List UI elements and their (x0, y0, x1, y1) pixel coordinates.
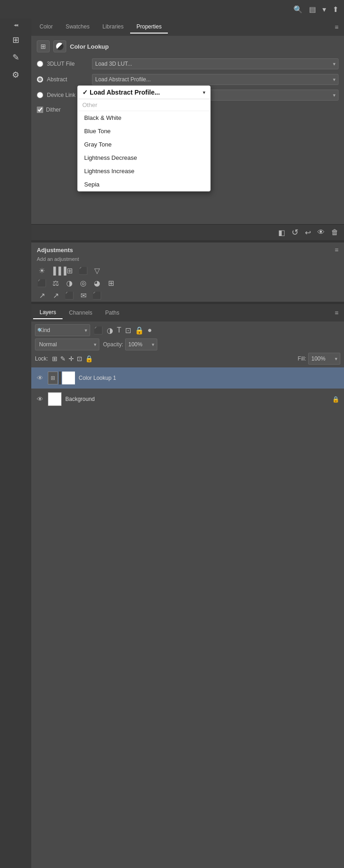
layer-thumb-link (59, 372, 61, 384)
tab-swatches[interactable]: Swatches (59, 21, 96, 34)
layer-visibility-icon-2[interactable]: 👁 (36, 395, 44, 403)
adj-posterize-icon[interactable]: ↗ (51, 291, 61, 300)
kind-select[interactable]: Kind Name Effect Mode (35, 324, 90, 336)
lock-fill-row: Lock: ⊞ ✎ ✛ ⊡ 🔒 Fill: 100% 75% 50% (35, 353, 340, 365)
fill-label: Fill: (298, 355, 306, 362)
tab-paths[interactable]: Paths (99, 307, 126, 319)
dropdown-icon[interactable]: ▾ (322, 5, 326, 14)
filter-lock-icon[interactable]: 🔒 (135, 326, 144, 335)
adj-photo-filter-icon[interactable]: ◎ (78, 279, 88, 287)
tab-channels[interactable]: Channels (63, 307, 99, 319)
color-lookup-header: ⊞ Color Lookup (37, 40, 338, 52)
layer-thumb-preview (62, 372, 75, 384)
lut-abstract-select[interactable]: Load Abstract Profile... Other Black & W… (92, 74, 338, 85)
adj-gradient-icon[interactable]: ✉ (78, 291, 88, 300)
tab-libraries[interactable]: Libraries (96, 21, 130, 34)
adj-balance-icon[interactable]: ⚖ (51, 279, 61, 287)
adj-bw-icon[interactable]: ◑ (64, 279, 75, 287)
lock-position-icon[interactable]: ✛ (69, 355, 74, 362)
layer-row-background[interactable]: 👁 Background 🔒 (31, 389, 344, 410)
fill-select[interactable]: 100% 75% 50% 25% 0% (308, 353, 340, 365)
dropdown-item-lightness-increase[interactable]: Lightness Increase (78, 164, 210, 178)
tab-layers[interactable]: Layers (33, 306, 63, 319)
adj-levels-icon[interactable]: ▐▐▐ (51, 267, 61, 275)
adj-channel-mixer-icon[interactable]: ◕ (92, 279, 102, 287)
adj-exposure-icon[interactable]: ⬛ (78, 266, 88, 275)
search-icon[interactable]: 🔍 (293, 5, 303, 14)
tab-color[interactable]: Color (33, 21, 59, 34)
color-lookup-circle-btn[interactable] (53, 40, 66, 52)
action-delete-icon[interactable]: 🗑 (331, 228, 338, 237)
layers-icon[interactable]: ▤ (309, 5, 316, 14)
upload-icon[interactable]: ⬆ (333, 5, 338, 14)
tab-properties[interactable]: Properties (130, 21, 168, 34)
layer-visibility-icon-1[interactable]: 👁 (36, 374, 44, 382)
dither-checkbox[interactable] (37, 107, 43, 113)
lut-abstract-radio[interactable] (37, 76, 43, 83)
adj-icons-row-2: ⬛ ⚖ ◑ ◎ ◕ ⊞ (31, 277, 344, 289)
filter-adjustment-icon[interactable]: ◑ (107, 326, 113, 335)
sidebar-tool-brush[interactable]: ✎ (7, 49, 24, 66)
action-undo-icon[interactable]: ↩ (305, 228, 311, 237)
sidebar-tool-settings[interactable]: ⚙ (7, 67, 24, 83)
opacity-select-wrapper: 100% 75% 50% 25% 0% (125, 338, 157, 350)
color-lookup-grid-btn[interactable]: ⊞ (37, 40, 50, 52)
adj-solid-color-icon[interactable]: ⬛ (92, 291, 102, 300)
opacity-label: Opacity: (103, 341, 123, 348)
action-mask-icon[interactable]: ◧ (278, 228, 285, 237)
lut-device-link-radio[interactable] (37, 92, 43, 98)
layers-tabs: Layers Channels Paths ≡ (31, 304, 344, 321)
filter-selected-icon[interactable]: ● (148, 326, 152, 334)
adj-curves-icon[interactable]: ⊞ (64, 266, 75, 275)
sidebar-collapse-left[interactable]: ◂◂ (14, 22, 17, 28)
layers-tab-menu-icon[interactable]: ≡ (331, 307, 342, 318)
layer-thumbnail-group-1: ⊞ (48, 372, 75, 384)
adj-brightness-icon[interactable]: ☀ (37, 266, 47, 275)
adjustments-subtitle: Add an adjustment (31, 255, 344, 265)
filter-shape-icon[interactable]: ⊡ (125, 326, 131, 335)
dropdown-other-item[interactable]: Other (78, 99, 210, 111)
adj-hsl-icon[interactable]: ⬛ (37, 279, 47, 287)
dropdown-item-lightness-decrease[interactable]: Lightness Decrease (78, 151, 210, 164)
adj-icons-row-3: ↗ ↗ ⬛ ✉ ⬛ (31, 289, 344, 302)
fill-row: Fill: 100% 75% 50% 25% 0% (298, 353, 340, 365)
lut-3d-radio[interactable] (37, 61, 43, 67)
layer-row-color-lookup[interactable]: 👁 ⊞ Color Lookup 1 (31, 367, 344, 389)
filter-pixel-icon[interactable]: ⬛ (94, 326, 103, 335)
lut-3d-select-wrapper: Load 3D LUT... Other (92, 58, 338, 69)
lock-all-icon[interactable]: 🔒 (85, 355, 93, 362)
opacity-row: Opacity: 100% 75% 50% 25% 0% (103, 338, 157, 350)
lock-label: Lock: (35, 355, 48, 362)
sidebar-tool-grid[interactable]: ⊞ (7, 32, 24, 48)
opacity-select[interactable]: 100% 75% 50% 25% 0% (125, 338, 157, 350)
adj-color-lookup-icon[interactable]: ⊞ (106, 279, 116, 287)
lock-transparent-icon[interactable]: ⊞ (52, 355, 57, 362)
layer-name-2: Background (65, 396, 328, 402)
dropdown-item-blue-tone[interactable]: Blue Tone (78, 124, 210, 138)
panel-tab-menu-icon[interactable]: ≡ (331, 22, 342, 33)
action-refresh-icon[interactable]: ↺ (292, 227, 298, 237)
adj-invert-icon[interactable]: ↗ (37, 291, 47, 300)
dropdown-header[interactable]: ✓ Load Abstract Profile... ▾ (78, 86, 210, 99)
filter-type-icon[interactable]: T (117, 326, 121, 334)
adjustments-menu-icon[interactable]: ≡ (335, 246, 338, 254)
adj-vibrance-icon[interactable]: ▽ (92, 266, 102, 275)
properties-action-bar: ◧ ↺ ↩ 👁 🗑 (31, 224, 344, 240)
layers-controls: Kind Name Effect Mode ⬛ ◑ T ⊡ 🔒 ● (31, 321, 344, 367)
adj-threshold-icon[interactable]: ⬛ (64, 291, 75, 300)
kind-row: Kind Name Effect Mode ⬛ ◑ T ⊡ 🔒 ● (35, 324, 340, 336)
layers-spacer (31, 410, 344, 547)
lut-3d-select[interactable]: Load 3D LUT... Other (92, 58, 338, 69)
blend-mode-select[interactable]: Normal Dissolve Multiply Screen Overlay (35, 338, 99, 350)
dropdown-item-gray-tone[interactable]: Gray Tone (78, 138, 210, 151)
dropdown-item-black-white[interactable]: Black & White (78, 111, 210, 124)
action-visibility-icon[interactable]: 👁 (317, 228, 325, 237)
lock-artboard-icon[interactable]: ⊡ (77, 355, 82, 362)
lock-image-icon[interactable]: ✎ (60, 355, 66, 362)
layer-name-1: Color Lookup 1 (79, 375, 339, 381)
adj-thumb-icon: ⊞ (48, 372, 58, 384)
dropdown-item-sepia[interactable]: Sepia (78, 178, 210, 191)
fill-select-wrapper: 100% 75% 50% 25% 0% (308, 353, 340, 365)
adjustments-header: Adjustments ≡ (31, 242, 344, 255)
color-lookup-title: Color Lookup (70, 43, 109, 50)
